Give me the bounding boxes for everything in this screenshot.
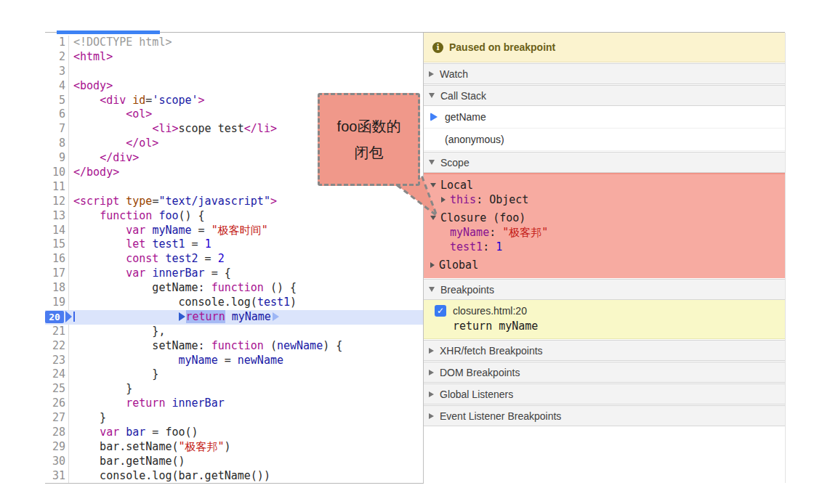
scope-local[interactable]: Local [424,178,785,192]
code-token: newName [277,339,323,352]
code-line-28: 28 var bar = foo() [45,426,423,440]
line-number-gutter[interactable]: 30 [45,455,69,469]
code-token: }, [73,325,165,338]
scope-closure-foo[interactable]: Closure (foo) [424,211,785,225]
code-content: console.log(test1) [69,296,297,310]
line-number-gutter[interactable]: 16 [45,252,69,267]
line-number-gutter[interactable]: 14 [45,224,69,238]
code-token [73,224,126,237]
code-token: ) [225,440,231,453]
line-number-gutter[interactable]: 24 [45,367,69,382]
line-number-gutter[interactable]: 21 [45,325,69,339]
code-line-29: 29 bar.setName("极客邦") [45,440,423,455]
line-number-gutter[interactable]: 5 [45,94,69,108]
call-stack-frame-getname[interactable]: getName [424,106,785,129]
selected-token: return [186,310,225,323]
section-label: XHR/fetch Breakpoints [440,345,543,357]
line-number-gutter[interactable]: 15 [45,237,69,252]
scope-global[interactable]: Global [424,258,785,272]
code-token: getName: [73,281,211,294]
property-name: this [450,192,476,207]
code-line-16: 16 const test2 = 2 [45,252,423,267]
code-token [119,195,126,208]
code-token: myName [152,224,191,237]
code-token: () { [264,281,297,294]
code-token: ( [264,339,277,352]
line-number-gutter[interactable]: 2 [45,50,69,65]
code-line-17: 17 var innerBar = { [45,267,423,281]
breakpoint-checkbox[interactable]: ✓ [435,305,446,317]
line-number-gutter[interactable]: 11 [45,180,69,195]
property-value: Object [489,192,528,207]
section-label: Event Listener Breakpoints [440,410,561,422]
line-number-gutter[interactable]: 23 [45,354,69,368]
line-number-gutter[interactable]: 3 [45,65,69,79]
code-token: function [211,281,264,294]
code-token: id [132,94,145,107]
line-number-gutter[interactable]: 7 [45,122,69,137]
line-number-gutter[interactable]: 4 [45,79,69,94]
continue-to-location-icon[interactable] [273,312,279,321]
section-dom-breakpoints[interactable]: DOM Breakpoints [424,362,785,383]
line-number-gutter[interactable]: 8 [45,137,69,151]
line-number-gutter[interactable]: 6 [45,107,69,122]
info-icon: i [432,42,443,53]
paused-message: Paused on breakpoint [449,41,555,53]
code-line-4: 4<body> [45,79,423,94]
annotation-bubble: foo函数的 闭包 [318,93,420,186]
line-number-gutter[interactable]: 28 [45,426,69,440]
code-line-15: 15 let test1 = 1 [45,237,423,252]
scope-myname: myName: "极客邦" [424,225,785,240]
section-global-listeners[interactable]: Global Listeners [424,383,785,405]
line-number-gutter[interactable]: 31 [45,469,69,484]
code-content: var bar = foo() [69,426,198,440]
line-number-gutter[interactable]: 25 [45,382,69,397]
code-token: myName [179,354,218,367]
code-line-18: 18 getName: function () { [45,281,423,296]
line-number-gutter[interactable]: 13 [45,209,69,224]
line-number-gutter[interactable]: 29 [45,440,69,455]
code-token [225,310,232,323]
property-name: test1 [450,240,483,254]
section-breakpoints[interactable]: Breakpoints [424,279,785,300]
code-line-14: 14 var myName = "极客时间" [45,224,423,238]
section-xhr-breakpoints[interactable]: XHR/fetch Breakpoints [424,340,785,361]
line-number-gutter[interactable]: 22 [45,339,69,354]
section-watch[interactable]: Watch [424,63,785,84]
code-content: return myName [69,310,279,325]
code-token [126,94,132,107]
line-number-gutter[interactable]: 12 [45,195,69,209]
code-token: } [73,382,132,395]
breakpoint-marker[interactable]: 20 [45,310,69,325]
line-number-gutter[interactable]: 26 [45,397,69,411]
line-number-gutter[interactable]: 10 [45,166,69,180]
section-event-listener-breakpoints[interactable]: Event Listener Breakpoints [424,405,785,426]
code-token: test2 [165,252,198,265]
section-label: Global Listeners [440,389,513,400]
line-number-gutter[interactable]: 1 [45,36,69,50]
line-number-gutter[interactable]: 17 [45,267,69,281]
code-token: function [211,339,264,352]
section-label: DOM Breakpoints [440,367,520,378]
code-token [73,397,126,410]
scope-this[interactable]: this: Object [424,192,785,207]
breakpoint-badge: 20 [45,311,64,323]
code-token: = foo() [145,426,198,439]
code-line-26: 26 return innerBar [45,397,423,411]
line-number-gutter[interactable]: 27 [45,411,69,426]
line-number-gutter[interactable]: 18 [45,281,69,296]
code-line-12: 12<script type="text/javascript"> [45,195,423,209]
section-call-stack[interactable]: Call Stack [424,85,785,106]
line-number-gutter[interactable]: 9 [45,151,69,166]
call-stack-frame-anonymous[interactable]: (anonymous) [424,129,785,151]
code-content: return innerBar [69,397,225,411]
line-number-gutter[interactable]: 19 [45,296,69,310]
code-token [73,94,100,107]
section-scope[interactable]: Scope [424,152,785,173]
code-content: <body> [69,79,113,94]
code-token: bar.setName( [73,440,179,453]
scope-group-label: Closure (foo) [440,211,525,225]
code-token: > [270,195,277,208]
property-value: 1 [496,240,502,254]
breakpoint-entry[interactable]: ✓ closures.html:20 return myName [424,300,785,339]
